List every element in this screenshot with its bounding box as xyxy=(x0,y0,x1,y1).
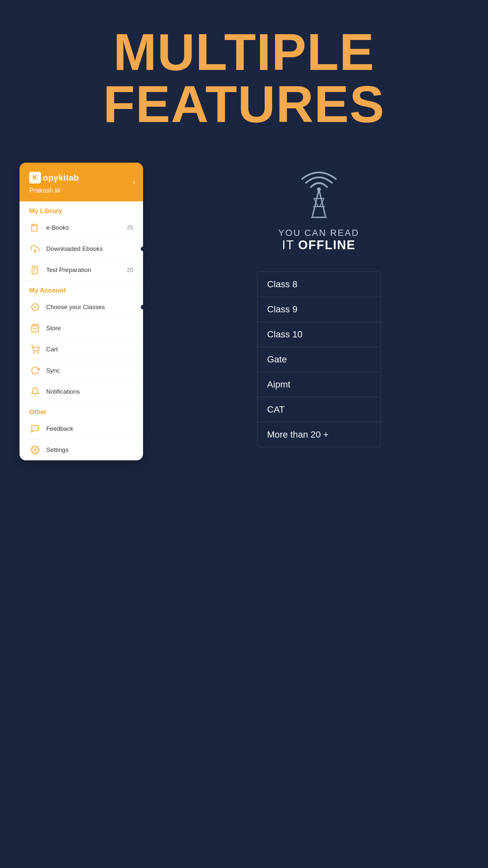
sync-label: Sync xyxy=(46,367,133,374)
offline-line1: YOU CAN READ xyxy=(278,228,359,238)
sidebar-body: My Library e-Books 25 Downloaded Ebooks xyxy=(20,202,143,460)
book-icon xyxy=(29,222,41,234)
right-panel: YOU CAN READ IT OFFLINE Class 8 Class 9 … xyxy=(143,163,468,447)
svg-point-15 xyxy=(34,449,36,451)
menu-item-settings[interactable]: Settings xyxy=(20,439,143,460)
choose-classes-label: Choose your Classes xyxy=(46,304,133,311)
hero-section: MULTIPLE FEATURES xyxy=(0,0,488,150)
class-item[interactable]: Aipmt xyxy=(258,372,380,397)
test-preparation-badge: 20 xyxy=(127,267,133,274)
sidebar-header: K opykitab ‹ Prakash.M xyxy=(20,163,143,202)
store-label: Store xyxy=(46,325,133,332)
svg-point-10 xyxy=(33,352,34,353)
svg-point-13 xyxy=(35,428,35,429)
class-item[interactable]: Gate xyxy=(258,347,380,372)
sync-icon xyxy=(29,365,41,376)
message-icon xyxy=(29,423,41,435)
user-name: Prakash.M xyxy=(29,187,133,194)
main-content: K opykitab ‹ Prakash.M My Library e-Book… xyxy=(0,150,488,480)
ebooks-badge: 25 xyxy=(127,224,133,231)
choose-classes-dot xyxy=(141,305,145,309)
menu-item-feedback[interactable]: Feedback xyxy=(20,418,143,439)
menu-item-sync[interactable]: Sync xyxy=(20,360,143,381)
feedback-label: Feedback xyxy=(46,425,133,432)
svg-point-11 xyxy=(38,352,38,353)
menu-item-store[interactable]: Store xyxy=(20,318,143,339)
svg-rect-0 xyxy=(32,224,37,231)
svg-line-18 xyxy=(319,189,325,216)
cart-icon xyxy=(29,344,41,355)
classes-list: Class 8 Class 9 Class 10 Gate Aipmt CAT … xyxy=(257,272,381,447)
menu-item-test-preparation[interactable]: Test Preparation 20 xyxy=(20,259,143,281)
offline-section: YOU CAN READ IT OFFLINE xyxy=(278,169,359,252)
menu-item-cart[interactable]: Cart xyxy=(20,339,143,360)
sidebar-card: K opykitab ‹ Prakash.M My Library e-Book… xyxy=(20,163,143,460)
offline-text: YOU CAN READ IT OFFLINE xyxy=(278,228,359,252)
hero-title: MULTIPLE FEATURES xyxy=(13,26,475,130)
downloaded-ebooks-dot xyxy=(141,247,145,251)
svg-point-12 xyxy=(33,428,34,429)
class-item[interactable]: CAT xyxy=(258,397,380,422)
menu-item-notifications[interactable]: Notifications xyxy=(20,381,143,402)
notifications-label: Notifications xyxy=(46,388,133,395)
test-preparation-label: Test Preparation xyxy=(46,267,127,274)
cloud-download-icon xyxy=(29,243,41,255)
logo-letter: K xyxy=(29,172,41,184)
gear-icon xyxy=(29,444,41,456)
settings-label: Settings xyxy=(46,446,133,454)
test-icon xyxy=(29,264,41,276)
class-item[interactable]: More than 20 + xyxy=(258,422,380,447)
bell-icon xyxy=(29,386,41,398)
offline-line2: IT OFFLINE xyxy=(278,238,359,252)
chevron-left-icon[interactable]: ‹ xyxy=(133,178,135,186)
menu-item-choose-classes[interactable]: Choose your Classes xyxy=(20,297,143,318)
menu-item-downloaded-ebooks[interactable]: Downloaded Ebooks xyxy=(20,239,143,259)
section-title-other: Other xyxy=(20,402,143,418)
logo-text: opykitab xyxy=(43,173,79,183)
downloaded-ebooks-label: Downloaded Ebooks xyxy=(46,245,133,252)
class-item[interactable]: Class 10 xyxy=(258,322,380,347)
logo: K opykitab xyxy=(29,172,133,184)
menu-item-ebooks[interactable]: e-Books 25 xyxy=(20,217,143,239)
cart-label: Cart xyxy=(46,346,133,353)
check-circle-icon xyxy=(29,301,41,313)
svg-rect-4 xyxy=(32,266,37,274)
class-item[interactable]: Class 8 xyxy=(258,272,380,297)
section-title-my-account: My Account xyxy=(20,281,143,297)
antenna-icon xyxy=(293,169,345,221)
class-item[interactable]: Class 9 xyxy=(258,297,380,322)
section-title-my-library: My Library xyxy=(20,202,143,217)
svg-point-14 xyxy=(36,428,37,429)
ebooks-label: e-Books xyxy=(46,224,127,231)
store-icon xyxy=(29,322,41,334)
svg-line-17 xyxy=(313,189,319,216)
